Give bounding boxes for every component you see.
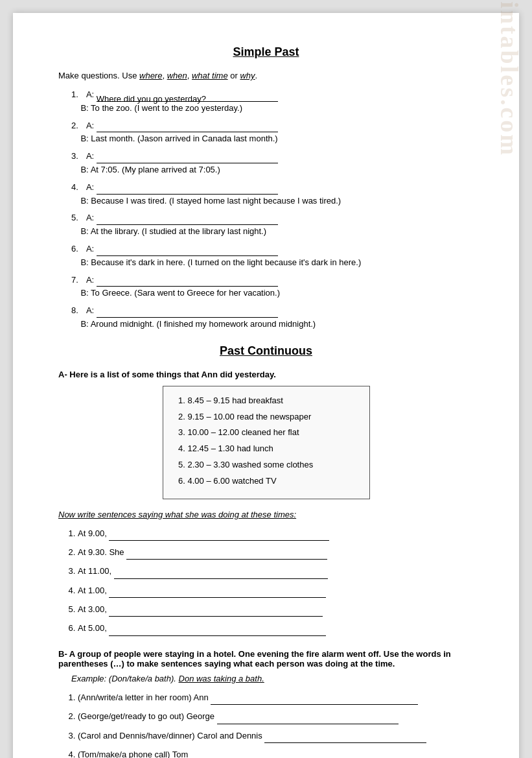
answer-input-2a[interactable]	[97, 123, 278, 132]
b-answer-4[interactable]	[191, 753, 391, 758]
instruction-when: when	[167, 71, 187, 80]
schedule-list: 8.45 – 9.15 had breakfast 9.15 – 10.00 r…	[188, 394, 356, 488]
simple-past-title: Simple Past	[58, 45, 474, 59]
b-answer-1[interactable]	[211, 696, 418, 705]
past-continuous-title: Past Continuous	[58, 344, 474, 358]
list-item: 2. A: B: Last month. (Jason arrived in C…	[71, 119, 474, 147]
example-line: Example: (Don/take/a bath). Don was taki…	[71, 674, 474, 683]
answer-input-5a[interactable]	[97, 216, 278, 225]
page: ESLprintables.com Simple Past Make quest…	[13, 13, 519, 758]
answer-input-8a[interactable]	[97, 309, 278, 318]
instruction-text: Make questions. Use	[58, 71, 139, 80]
section-b-header: B- A group of people were staying in a h…	[58, 649, 474, 669]
sentence-answer-4[interactable]	[109, 589, 326, 598]
example-prompt: (Don/take/a bath).	[109, 674, 176, 683]
list-item: 3. A: B: At 7:05. (My plane arrived at 7…	[71, 150, 474, 177]
b-answer-2[interactable]	[217, 715, 399, 724]
sentence-answer-3[interactable]	[114, 570, 328, 579]
list-item: 6. A: B: Because it's dark in here. (I t…	[71, 243, 474, 270]
sentences-list: At 9.00, At 9.30. She At 11.00, At 1.00,…	[78, 526, 474, 636]
sentence-answer-6[interactable]	[109, 627, 326, 636]
b-list: (Ann/write/a letter in her room) Ann (Ge…	[78, 690, 474, 758]
qa-list: 1. A: Where did you go yesterday? B: To …	[71, 88, 474, 331]
sentence-item-3: At 11.00,	[78, 563, 474, 578]
b-item-2: (George/get/ready to go out) George	[78, 709, 474, 724]
section-a-header: A- Here is a list of some things that An…	[58, 370, 474, 379]
list-item: 4. A: B: Because I was tired. (I stayed …	[71, 181, 474, 208]
b-item-3: (Carol and Dennis/have/dinner) Carol and…	[78, 728, 474, 743]
list-item: 7. A: B: To Greece. (Sara went to Greece…	[71, 274, 474, 301]
list-item: 1. A: Where did you go yesterday? B: To …	[71, 88, 474, 115]
simple-past-instruction: Make questions. Use where, when, what ti…	[58, 71, 474, 80]
schedule-item-5: 2.30 – 3.30 washed some clothes	[188, 458, 356, 472]
answer-input-3a[interactable]	[97, 154, 278, 163]
instruction-what-time: what time	[192, 71, 228, 80]
list-item: 5. A: B: At the library. (I studied at t…	[71, 211, 474, 239]
instruction-why: why	[240, 71, 255, 80]
list-item: 8. A: B: Around midnight. (I finished my…	[71, 304, 474, 331]
sentence-item-2: At 9.30. She	[78, 545, 474, 560]
sentence-item-4: At 1.00,	[78, 583, 474, 598]
sentence-item-1: At 9.00,	[78, 526, 474, 541]
sentence-item-6: At 5.00,	[78, 621, 474, 635]
sentence-answer-5[interactable]	[109, 608, 323, 617]
sentence-answer-1[interactable]	[109, 532, 329, 541]
schedule-item-3: 10.00 – 12.00 cleaned her flat	[188, 426, 356, 440]
answer-input-7a[interactable]	[97, 278, 278, 287]
answer-input-6a[interactable]	[97, 247, 278, 256]
b-item-4: (Tom/make/a phone call) Tom	[78, 747, 474, 758]
b-answer-3[interactable]	[264, 734, 426, 743]
answer-input-4a[interactable]	[97, 185, 278, 195]
schedule-item-2: 9.15 – 10.00 read the newspaper	[188, 410, 356, 424]
b-item-1: (Ann/write/a letter in her room) Ann	[78, 690, 474, 705]
write-instruction: Now write sentences saying what she was …	[58, 510, 474, 519]
answer-input-1a[interactable]: Where did you go yesterday?	[97, 93, 278, 102]
sentence-answer-2[interactable]	[126, 551, 327, 560]
schedule-box: 8.45 – 9.15 had breakfast 9.15 – 10.00 r…	[163, 386, 370, 499]
schedule-item-6: 4.00 – 6.00 watched TV	[188, 475, 356, 488]
example-label: Example:	[71, 674, 106, 683]
schedule-item-1: 8.45 – 9.15 had breakfast	[188, 394, 356, 408]
schedule-item-4: 12.45 – 1.30 had lunch	[188, 442, 356, 456]
example-answer: Don was taking a bath.	[179, 674, 264, 683]
instruction-where: where	[139, 71, 162, 80]
watermark: ESLprintables.com	[495, 0, 524, 157]
sentence-item-5: At 3.00,	[78, 602, 474, 617]
